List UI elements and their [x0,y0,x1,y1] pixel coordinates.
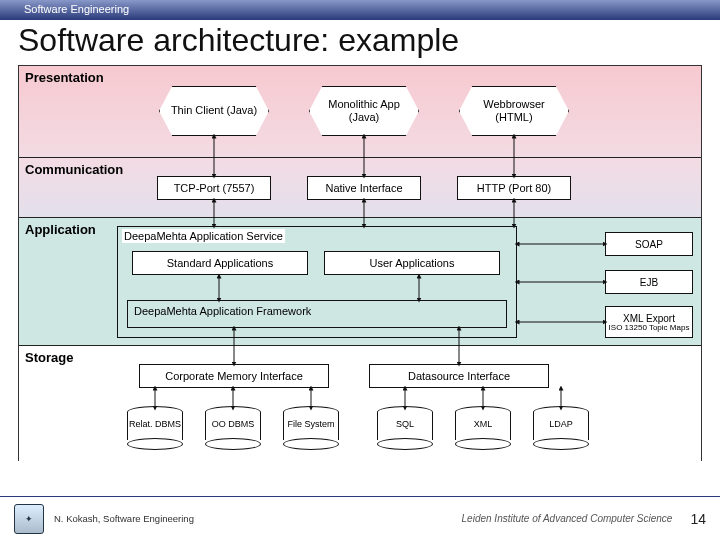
node-xml-export-label: XML Export [623,313,675,324]
cyl-ldap: LDAP [533,406,589,450]
node-xml-export: XML Export ISO 13250 Topic Maps [605,306,693,338]
slide-footer: ✦ N. Kokash, Software Engineering Leiden… [0,496,720,540]
node-tcp-port: TCP-Port (7557) [157,176,271,200]
node-ejb: EJB [605,270,693,294]
node-native-interface: Native Interface [307,176,421,200]
node-http-port: HTTP (Port 80) [457,176,571,200]
node-thin-client: Thin Client (Java) [159,86,269,136]
cyl-relat-label: Relat. DBMS [127,420,183,430]
node-user-apps: User Applications [324,251,500,275]
architecture-diagram: Presentation Communication Application S… [18,65,702,461]
node-app-framework-label: DeepaMehta Application Framework [134,305,311,317]
slide-title: Software architecture: example [0,20,720,65]
cyl-xml-label: XML [455,420,511,430]
layer-label-application: Application [25,222,96,237]
cyl-relat-dbms: Relat. DBMS [127,406,183,450]
node-browser-label: Webbrowser (HTML) [460,98,568,124]
node-browser: Webbrowser (HTML) [459,86,569,136]
cyl-sql-label: SQL [377,420,433,430]
university-crest-icon: ✦ [14,504,44,534]
node-monolithic-label: Monolithic App (Java) [310,98,418,124]
course-header-bar: Software Engineering [0,0,720,20]
node-standard-apps: Standard Applications [132,251,308,275]
cyl-xml: XML [455,406,511,450]
node-soap: SOAP [605,232,693,256]
footer-institute: Leiden Institute of Advanced Computer Sc… [462,513,673,524]
page-number: 14 [690,511,706,527]
layer-storage: Storage [19,346,701,461]
node-app-framework: DeepaMehta Application Framework [127,300,507,328]
cyl-sql: SQL [377,406,433,450]
cyl-oo-dbms: OO DBMS [205,406,261,450]
layer-label-communication: Communication [25,162,123,177]
node-datasource-interface: Datasource Interface [369,364,549,388]
layer-label-presentation: Presentation [25,70,104,85]
cyl-ldap-label: LDAP [533,420,589,430]
cyl-file-system: File System [283,406,339,450]
layer-label-storage: Storage [25,350,73,365]
node-thin-client-label: Thin Client (Java) [165,104,263,117]
cyl-oo-label: OO DBMS [205,420,261,430]
app-service-label: DeepaMehta Application Service [122,229,285,243]
cyl-file-label: File System [283,420,339,430]
node-monolithic: Monolithic App (Java) [309,86,419,136]
node-xml-export-sub: ISO 13250 Topic Maps [609,324,690,332]
node-corporate-memory: Corporate Memory Interface [139,364,329,388]
course-name: Software Engineering [24,3,129,15]
footer-author: N. Kokash, Software Engineering [54,513,194,524]
